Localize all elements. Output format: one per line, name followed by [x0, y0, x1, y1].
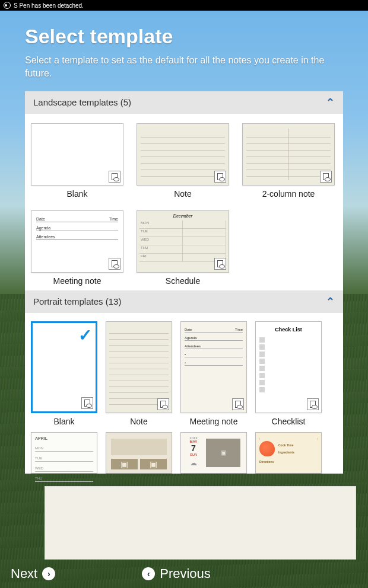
arrow-right-icon: ›: [42, 567, 55, 580]
status-message: S Pen has been detached.: [14, 2, 84, 9]
thumb: !! Cook Time Ingredients Directions: [255, 432, 322, 474]
thumb: [137, 123, 229, 186]
portrait-grid: ✓ Blank Note DateTime Agenda Attende: [25, 313, 343, 474]
template-label: Meeting note: [53, 276, 101, 286]
fruit-icon: [259, 441, 275, 456]
thumb: [242, 123, 335, 186]
camera-icon: ▣: [140, 459, 167, 469]
thumb: APRIL MON TUE WED THU: [31, 432, 97, 474]
next-label: Next: [11, 566, 37, 581]
template-portrait-polaroid[interactable]: ▣▣: [106, 432, 172, 474]
template-landscape-meeting[interactable]: DateTime Agenda Attendees Meeting note: [31, 210, 123, 286]
template-label: 2-column note: [262, 189, 315, 199]
preview-icon: [320, 171, 332, 183]
camera-icon: ▣: [206, 439, 240, 467]
template-portrait-recipe[interactable]: !! Cook Time Ingredients Directions: [255, 432, 322, 474]
template-landscape-schedule[interactable]: December MON TUE WED THU FRI Schedule: [137, 210, 229, 286]
overlay-panel: [45, 486, 356, 560]
template-label: Meeting note: [190, 417, 238, 426]
arrow-left-icon: ‹: [142, 567, 155, 580]
thumb: [31, 123, 123, 186]
thumb: DateTime Agenda Attendees: [31, 210, 123, 273]
template-panel: Landscape templates (5) ⌃ Blank Note: [25, 91, 343, 474]
template-label: Note: [130, 417, 148, 426]
template-portrait-checklist[interactable]: Check List Checklist: [255, 321, 322, 426]
thumb: December MON TUE WED THU FRI: [137, 210, 229, 273]
camera-icon: ▣: [111, 459, 138, 469]
thumb: 2013 MAY 7 SUN ☁ ▣: [180, 432, 247, 474]
template-portrait-calendar[interactable]: APRIL MON TUE WED THU: [31, 432, 97, 474]
page-subtitle: Select a template to set as the default …: [12, 54, 356, 91]
thumb: DateTime Agenda Attendees • •: [180, 321, 247, 413]
chevron-up-icon: ⌃: [326, 96, 335, 109]
preview-icon: [109, 258, 120, 270]
landscape-grid: Blank Note 2-column note DateT: [25, 114, 343, 290]
template-landscape-2col[interactable]: 2-column note: [242, 123, 335, 199]
thumb: [106, 321, 172, 413]
previous-button[interactable]: ‹ Previous: [131, 563, 221, 585]
landscape-section-header[interactable]: Landscape templates (5) ⌃: [25, 91, 343, 114]
template-label: Checklist: [272, 417, 306, 426]
preview-icon: [157, 398, 169, 410]
template-portrait-diary[interactable]: 2013 MAY 7 SUN ☁ ▣: [180, 432, 247, 474]
template-portrait-blank[interactable]: ✓ Blank: [31, 321, 97, 426]
template-landscape-note[interactable]: Note: [137, 123, 229, 199]
cloud-icon: ☁: [185, 459, 202, 467]
footer-nav: Next › ‹ Previous: [0, 560, 368, 588]
template-label: Blank: [53, 417, 74, 426]
template-landscape-blank[interactable]: Blank: [31, 123, 123, 199]
chevron-up-icon: ⌃: [326, 295, 335, 308]
preview-icon: [307, 398, 319, 410]
template-label: Note: [174, 189, 192, 199]
template-portrait-meeting[interactable]: DateTime Agenda Attendees • • Meeting no…: [180, 321, 247, 426]
template-portrait-note[interactable]: Note: [106, 321, 172, 426]
thumb: Check List: [255, 321, 322, 413]
preview-icon: [214, 171, 226, 183]
portrait-section-title: Portrait templates (13): [33, 296, 121, 306]
preview-icon: [232, 398, 244, 410]
next-button[interactable]: Next ›: [0, 563, 66, 585]
preview-icon: [109, 171, 120, 183]
spen-icon: [4, 2, 11, 9]
previous-label: Previous: [160, 566, 211, 581]
status-bar: S Pen has been detached.: [0, 0, 368, 11]
portrait-section-header[interactable]: Portrait templates (13) ⌃: [25, 290, 343, 313]
thumb: ▣▣: [106, 432, 172, 474]
template-label: Schedule: [166, 276, 200, 286]
landscape-section-title: Landscape templates (5): [33, 97, 131, 107]
template-label: Blank: [66, 189, 87, 199]
page-title: Select template: [12, 17, 356, 54]
check-icon: ✓: [78, 325, 92, 345]
preview-icon: [81, 397, 93, 409]
thumb: ✓: [31, 321, 97, 413]
